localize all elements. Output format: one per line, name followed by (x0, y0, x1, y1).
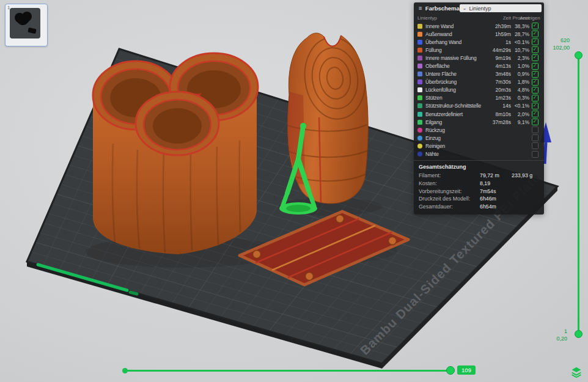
legend-row[interactable]: Stützen 1m23s 0,3% ✓ (414, 94, 544, 102)
legend-checkbox[interactable]: ✓ (532, 87, 538, 94)
horizontal-slider-start (122, 368, 128, 373)
legend-swatch (417, 120, 422, 125)
legend-label: Einzug (425, 135, 490, 141)
summary-row: Kosten: 8,19 (419, 179, 539, 187)
legend-swatch (417, 56, 422, 61)
layer-slider-track[interactable] (578, 55, 579, 334)
legend-row[interactable]: Reinigen (414, 142, 544, 150)
color-scheme-dropdown[interactable]: ⌄ Linientyp (460, 4, 542, 12)
legend-percent: 1,8% (511, 79, 529, 85)
model-heart-container[interactable] (93, 53, 258, 254)
legend-row[interactable]: Lückenfüllung 20m3s 4,8% ✓ (414, 86, 544, 94)
summary-label: Gesamtdauer: (419, 204, 480, 210)
legend-row[interactable]: Rückzug (414, 126, 544, 134)
legend-time: 2h39m (490, 23, 511, 29)
legend-swatch (417, 103, 422, 108)
legend-swatch (417, 128, 422, 133)
summary-row: Vorbereitungszeit: 7m54s (419, 187, 539, 195)
color-scheme-panel: ≡ Farbschema ⌄ Linientyp Linientyp Zeit … (414, 2, 544, 215)
legend-checkbox[interactable] (532, 134, 538, 141)
legend-checkbox[interactable]: ✓ (532, 71, 538, 78)
legend-label: Überbrückung (425, 79, 490, 85)
legend-time: 44m29s (490, 47, 511, 53)
horizontal-slider-handle[interactable] (446, 366, 455, 375)
horizontal-slider-track[interactable] (125, 370, 451, 372)
legend-label: Stützstruktur-Schnittstelle (425, 103, 490, 109)
summary-label: Druckzeit des Modell: (419, 196, 480, 202)
layer-slider-top-handle[interactable] (575, 51, 582, 59)
legend-row[interactable]: Überhang Wand 1s <0.1% ✓ (414, 38, 544, 46)
legend-swatch (417, 72, 422, 76)
thumbnail-index: 1 (7, 5, 10, 10)
legend-row[interactable]: Innere Wand 2h39m 38,3% ✓ (414, 22, 544, 30)
header-zeit: Zeit (490, 15, 511, 21)
layer-slider-bottom-handle[interactable] (575, 330, 582, 338)
legend-label: Reinigen (425, 143, 490, 149)
legend-checkbox[interactable]: ✓ (532, 23, 538, 29)
chevron-down-icon: ⌄ (463, 6, 467, 11)
dropdown-value: Linientyp (469, 6, 491, 12)
model-vase[interactable] (285, 33, 370, 204)
menu-icon[interactable]: ≡ (419, 5, 422, 12)
legend-label: Innere Wand (425, 23, 490, 29)
legend-checkbox[interactable]: ✓ (532, 31, 538, 37)
panel-title: Farbschema (425, 5, 460, 12)
legend-row[interactable]: Füllung 44m29s 10,7% ✓ (414, 46, 544, 54)
legend-swatch (417, 87, 422, 92)
legend-label: Außenwand (425, 31, 490, 37)
layers-icon[interactable] (570, 365, 583, 379)
bottom-layer-number: 1 (556, 328, 567, 336)
legend-checkbox[interactable]: ✓ (532, 39, 538, 45)
legend-row[interactable]: Nähte (414, 150, 544, 158)
plate-thumbnail[interactable]: 1 (5, 4, 48, 46)
legend-checkbox[interactable]: ✓ (532, 103, 538, 109)
panel-header: ≡ Farbschema ⌄ Linientyp (414, 2, 544, 14)
legend-percent: 4,8% (511, 87, 529, 93)
legend-label: Rückzug (425, 127, 490, 133)
legend-checkbox[interactable]: ✓ (532, 119, 538, 125)
summary-label: Filament: (419, 172, 480, 178)
top-layer-height: 102,00 (553, 45, 570, 52)
legend-swatch (417, 95, 422, 100)
header-anzeigen: Anzeigen (520, 15, 540, 21)
legend-checkbox[interactable]: ✓ (532, 111, 538, 117)
viewport: Bambu Dual-Sided Textured PEI Plate (0, 0, 588, 382)
legend-swatch (417, 144, 422, 149)
legend-percent: 28,7% (511, 31, 529, 37)
legend-percent: 2,3% (511, 55, 529, 61)
legend-label: Benutzerdefiniert (425, 111, 490, 117)
summary-value: 6h54m (480, 204, 512, 210)
legend-swatch (417, 152, 422, 156)
header-linientyp: Linientyp (417, 15, 490, 21)
legend-checkbox[interactable]: ✓ (532, 46, 538, 53)
legend-percent: 10,7% (511, 47, 529, 53)
legend-checkbox[interactable] (532, 151, 538, 158)
summary-label: Vorbereitungszeit: (419, 188, 480, 194)
legend-row[interactable]: Untere Fläche 3m48s 0,9% ✓ (414, 70, 544, 78)
top-layer-number: 620 (553, 37, 570, 45)
legend-checkbox[interactable]: ✓ (532, 54, 538, 61)
legend-row[interactable]: Oberfläche 4m13s 1,0% ✓ (414, 62, 544, 70)
plate-green-accent-2 (130, 292, 137, 294)
layer-slider-top-labels: 620 102,00 (553, 37, 570, 51)
legend-row[interactable]: Außenwand 1h59m 28,7% ✓ (414, 30, 544, 38)
legend-row[interactable]: Benutzerdefiniert 8m10s 2,0% ✓ (414, 110, 544, 118)
legend-row[interactable]: Stützstruktur-Schnittstelle 14s <0.1% ✓ (414, 102, 544, 110)
legend-checkbox[interactable]: ✓ (532, 63, 538, 70)
legend-time: 7m30s (490, 79, 511, 85)
legend-row[interactable]: Überbrückung 7m30s 1,8% ✓ (414, 78, 544, 86)
legend-percent: 2,0% (511, 111, 529, 117)
legend-time: 3m48s (490, 71, 511, 77)
legend-checkbox[interactable]: ✓ (532, 95, 538, 101)
summary-row: Druckzeit des Modell: 6h46m (419, 195, 539, 203)
legend-checkbox[interactable] (532, 127, 538, 133)
legend-row[interactable]: Innere massive Füllung 9m19s 2,3% ✓ (414, 54, 544, 62)
legend-percent: 38,3% (511, 23, 529, 29)
legend-swatch (417, 24, 422, 29)
legend-checkbox[interactable]: ✓ (532, 79, 538, 86)
legend-row[interactable]: Einzug (414, 134, 544, 142)
legend-percent: 1,0% (511, 63, 529, 69)
legend-row[interactable]: Eilgang 37m28s 9,1% ✓ (414, 118, 544, 126)
summary-rows: Filament: 79,72 m 233,93 g Kosten: 8,19 … (419, 172, 539, 211)
legend-checkbox[interactable] (532, 142, 538, 149)
